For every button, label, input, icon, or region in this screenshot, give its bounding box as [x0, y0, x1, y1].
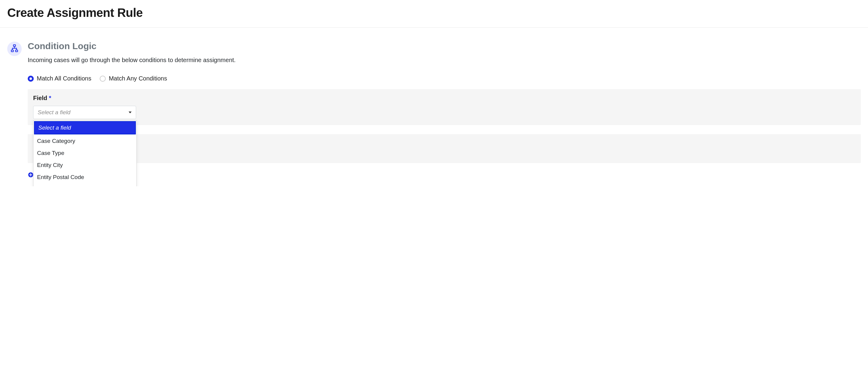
svg-rect-2 — [16, 50, 18, 52]
dropdown-option[interactable]: Case Category — [33, 135, 136, 147]
dropdown-control[interactable]: Select a field — [33, 106, 136, 119]
radio-match-any[interactable]: Match Any Conditions — [100, 75, 167, 82]
svg-rect-0 — [13, 45, 16, 47]
svg-rect-1 — [11, 50, 13, 52]
hierarchy-icon — [10, 44, 19, 54]
condition-logic-icon-wrapper — [7, 41, 22, 56]
dropdown-placeholder: Select a field — [38, 109, 70, 116]
page-title: Create Assignment Rule — [7, 6, 861, 20]
section-header: Condition Logic Incoming cases will go t… — [7, 41, 861, 64]
radio-match-all-label: Match All Conditions — [37, 75, 91, 82]
field-label: Field * — [33, 95, 855, 101]
section-text: Condition Logic Incoming cases will go t… — [28, 41, 861, 64]
required-indicator: * — [49, 95, 51, 101]
field-dropdown[interactable]: Select a field Select a field Case Categ… — [33, 106, 136, 119]
plus-circle-icon — [28, 172, 34, 178]
dropdown-option-placeholder[interactable]: Select a field — [34, 121, 136, 135]
radio-match-any-label: Match Any Conditions — [109, 75, 167, 82]
match-radio-group: Match All Conditions Match Any Condition… — [28, 75, 861, 82]
condition-box: Field * A Select a field Select a field … — [28, 89, 861, 125]
dropdown-option[interactable]: Entity City — [33, 159, 136, 171]
content-area: Condition Logic Incoming cases will go t… — [0, 28, 868, 186]
radio-match-all[interactable]: Match All Conditions — [28, 75, 91, 82]
form-area: Match All Conditions Match Any Condition… — [28, 75, 861, 179]
dropdown-option[interactable]: Entity State — [33, 183, 136, 186]
dropdown-option[interactable]: Entity Postal Code — [33, 171, 136, 183]
dropdown-panel: Select a field Case Category Case Type E… — [33, 120, 137, 186]
caret-down-icon — [129, 112, 132, 113]
radio-circle-icon — [100, 76, 106, 82]
section-title: Condition Logic — [28, 41, 861, 51]
secondary-condition-box — [28, 134, 861, 163]
radio-dot-icon — [28, 76, 34, 82]
section-description: Incoming cases will go through the below… — [28, 57, 861, 64]
page-header: Create Assignment Rule — [0, 0, 868, 28]
field-label-text: Field — [33, 95, 47, 101]
dropdown-region: A Select a field Select a field Case Cat… — [33, 106, 855, 119]
dropdown-option[interactable]: Case Type — [33, 147, 136, 159]
